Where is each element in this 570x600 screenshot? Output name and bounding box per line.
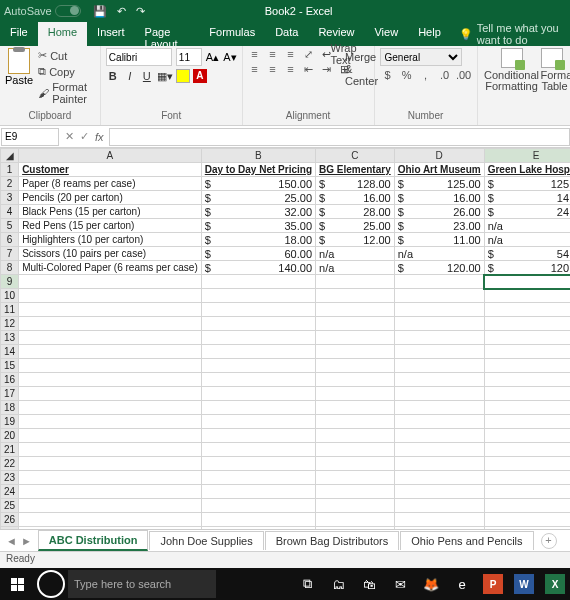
number-format-select[interactable]: General bbox=[380, 48, 462, 66]
word-icon[interactable]: W bbox=[509, 568, 539, 600]
firefox-icon[interactable]: 🦊 bbox=[416, 568, 446, 600]
tab-file[interactable]: File bbox=[0, 22, 38, 46]
tab-formulas[interactable]: Formulas bbox=[199, 22, 265, 46]
tab-help[interactable]: Help bbox=[408, 22, 451, 46]
cell-name[interactable]: Multi-Colored Paper (6 reams per case) bbox=[19, 261, 202, 275]
sheet-tab-2[interactable]: Brown Bag Distributors bbox=[265, 531, 400, 550]
cell-b[interactable]: $150.00 bbox=[201, 177, 315, 191]
header-c[interactable]: BG Elementary bbox=[316, 163, 395, 177]
indent-dec-icon[interactable]: ⇤ bbox=[302, 63, 316, 75]
grid-table[interactable]: ◢ A B C D E F 1 Customer Day to Day Net … bbox=[0, 148, 570, 529]
cell-name[interactable]: Highlighters (10 per carton) bbox=[19, 233, 202, 247]
col-header-b[interactable]: B bbox=[201, 149, 315, 163]
cell-e[interactable]: n/a bbox=[484, 233, 570, 247]
align-top-icon[interactable]: ≡ bbox=[248, 48, 262, 60]
percent-button[interactable]: % bbox=[399, 69, 415, 81]
cell-e[interactable]: $120.00 bbox=[484, 261, 570, 275]
copy-button[interactable]: ⧉Copy bbox=[36, 64, 95, 79]
col-header-c[interactable]: C bbox=[316, 149, 395, 163]
undo-icon[interactable]: ↶ bbox=[117, 5, 126, 18]
align-left-icon[interactable]: ≡ bbox=[248, 63, 262, 75]
dec-decimal-button[interactable]: .00 bbox=[456, 69, 472, 81]
enter-formula-icon[interactable]: ✓ bbox=[80, 130, 89, 143]
search-box[interactable]: Type here to search bbox=[68, 570, 216, 598]
cell-name[interactable]: Paper (8 reams per case) bbox=[19, 177, 202, 191]
col-header-e[interactable]: E bbox=[484, 149, 570, 163]
task-view-icon[interactable]: ⧉ bbox=[292, 568, 322, 600]
grow-font-icon[interactable]: A▴ bbox=[206, 51, 219, 64]
indent-inc-icon[interactable]: ⇥ bbox=[320, 63, 334, 75]
align-center-icon[interactable]: ≡ bbox=[266, 63, 280, 75]
cell-name[interactable]: Black Pens (15 per carton) bbox=[19, 205, 202, 219]
currency-button[interactable]: $ bbox=[380, 69, 396, 81]
active-cell[interactable] bbox=[484, 275, 570, 289]
underline-button[interactable]: U bbox=[140, 70, 154, 82]
cell-c[interactable]: $12.00 bbox=[316, 233, 395, 247]
cell-c[interactable]: $25.00 bbox=[316, 219, 395, 233]
cortana-icon[interactable] bbox=[37, 570, 65, 598]
tab-home[interactable]: Home bbox=[38, 22, 87, 46]
cell-d[interactable]: $120.00 bbox=[394, 261, 484, 275]
merge-center-button[interactable]: ⊞Merge & Center bbox=[338, 63, 369, 75]
cell-e[interactable]: $125.00 bbox=[484, 177, 570, 191]
tell-me[interactable]: 💡 Tell me what you want to do bbox=[459, 22, 570, 46]
cell-b[interactable]: $25.00 bbox=[201, 191, 315, 205]
border-button[interactable]: ▦▾ bbox=[157, 70, 173, 83]
shrink-font-icon[interactable]: A▾ bbox=[223, 51, 236, 64]
col-header-a[interactable]: A bbox=[19, 149, 202, 163]
sheet-prev-icon[interactable]: ◄ bbox=[6, 535, 17, 547]
cell-b[interactable]: $35.00 bbox=[201, 219, 315, 233]
toggle-icon[interactable] bbox=[55, 5, 81, 17]
header-customer[interactable]: Customer bbox=[19, 163, 202, 177]
tab-insert[interactable]: Insert bbox=[87, 22, 135, 46]
tab-page-layout[interactable]: Page Layout bbox=[135, 22, 200, 46]
cut-button[interactable]: ✂Cut bbox=[36, 48, 95, 63]
cell-b[interactable]: $18.00 bbox=[201, 233, 315, 247]
comma-button[interactable]: , bbox=[418, 69, 434, 81]
cell-e[interactable]: n/a bbox=[484, 219, 570, 233]
tab-view[interactable]: View bbox=[364, 22, 408, 46]
edge-icon[interactable]: e bbox=[447, 568, 477, 600]
save-icon[interactable]: 💾 bbox=[93, 5, 107, 18]
cell-c[interactable]: n/a bbox=[316, 247, 395, 261]
col-header-d[interactable]: D bbox=[394, 149, 484, 163]
cell-e[interactable]: $14.00 bbox=[484, 191, 570, 205]
cell-d[interactable]: n/a bbox=[394, 247, 484, 261]
align-middle-icon[interactable]: ≡ bbox=[266, 48, 280, 60]
cell-e[interactable]: $54.00 bbox=[484, 247, 570, 261]
cell-c[interactable]: $128.00 bbox=[316, 177, 395, 191]
format-table-button[interactable]: Format Table bbox=[541, 48, 569, 92]
cell-b[interactable]: $32.00 bbox=[201, 205, 315, 219]
select-all[interactable]: ◢ bbox=[1, 149, 19, 163]
font-color-button[interactable]: A bbox=[193, 69, 207, 83]
mail-icon[interactable]: ✉ bbox=[385, 568, 415, 600]
font-name-select[interactable] bbox=[106, 48, 172, 66]
cell-b[interactable]: $140.00 bbox=[201, 261, 315, 275]
header-d[interactable]: Ohio Art Museum bbox=[394, 163, 484, 177]
formula-input[interactable] bbox=[109, 128, 570, 146]
redo-icon[interactable]: ↷ bbox=[136, 5, 145, 18]
worksheet-grid[interactable]: ◢ A B C D E F 1 Customer Day to Day Net … bbox=[0, 148, 570, 529]
paste-button[interactable]: Paste bbox=[5, 48, 33, 106]
sheet-tab-3[interactable]: Ohio Pens and Pencils bbox=[400, 531, 533, 550]
cell-name[interactable]: Red Pens (15 per carton) bbox=[19, 219, 202, 233]
italic-button[interactable]: I bbox=[123, 70, 137, 82]
cancel-formula-icon[interactable]: ✕ bbox=[65, 130, 74, 143]
excel-icon[interactable]: X bbox=[540, 568, 570, 600]
orientation-icon[interactable]: ⤢ bbox=[302, 48, 316, 60]
add-sheet-button[interactable]: + bbox=[541, 533, 557, 549]
autosave-toggle[interactable]: AutoSave bbox=[4, 5, 81, 17]
sheet-next-icon[interactable]: ► bbox=[21, 535, 32, 547]
cell-d[interactable]: $16.00 bbox=[394, 191, 484, 205]
fx-icon[interactable]: fx bbox=[95, 131, 104, 143]
conditional-formatting-button[interactable]: Conditional Formatting bbox=[483, 48, 541, 92]
cell-d[interactable]: $11.00 bbox=[394, 233, 484, 247]
powerpoint-icon[interactable]: P bbox=[478, 568, 508, 600]
cell-name[interactable]: Pencils (20 per carton) bbox=[19, 191, 202, 205]
align-right-icon[interactable]: ≡ bbox=[284, 63, 298, 75]
name-box[interactable] bbox=[1, 128, 59, 146]
cell-c[interactable]: $28.00 bbox=[316, 205, 395, 219]
cell-c[interactable]: $16.00 bbox=[316, 191, 395, 205]
fill-color-button[interactable] bbox=[176, 69, 190, 83]
font-size-select[interactable] bbox=[176, 48, 202, 66]
